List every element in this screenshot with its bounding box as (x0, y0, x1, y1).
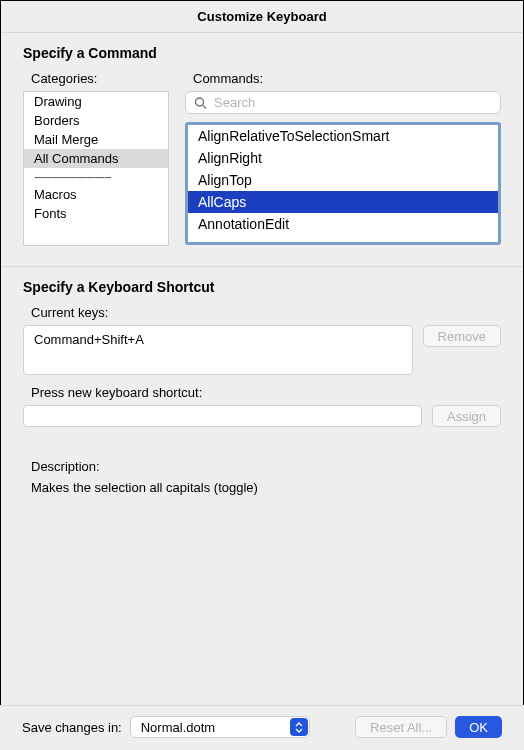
command-item[interactable]: AnnotationEdit (188, 213, 498, 235)
svg-line-1 (203, 105, 207, 109)
commands-list[interactable]: AlignRelativeToSelectionSmart AlignRight… (185, 122, 501, 245)
categories-label: Categories: (23, 71, 169, 86)
specify-command-section: Specify a Command Categories: Drawing Bo… (1, 33, 523, 246)
category-divider: ----------------------- (24, 168, 168, 185)
chevron-updown-icon (290, 718, 308, 736)
new-shortcut-input[interactable] (23, 405, 422, 427)
category-item-drawing[interactable]: Drawing (24, 92, 168, 111)
category-item-borders[interactable]: Borders (24, 111, 168, 130)
current-keys-box[interactable]: Command+Shift+A (23, 325, 413, 375)
category-item-fonts[interactable]: Fonts (24, 204, 168, 223)
description-label: Description: (31, 459, 501, 474)
svg-point-0 (196, 98, 204, 106)
dialog-title: Customize Keyboard (1, 1, 523, 33)
specify-shortcut-section: Specify a Keyboard Shortcut Current keys… (1, 267, 523, 495)
press-new-label: Press new keyboard shortcut: (23, 385, 501, 400)
category-item-macros[interactable]: Macros (24, 185, 168, 204)
search-input[interactable] (185, 91, 501, 114)
commands-label: Commands: (185, 71, 501, 86)
description-text: Makes the selection all capitals (toggle… (31, 480, 501, 495)
current-keys-label: Current keys: (23, 305, 501, 320)
save-changes-select[interactable]: Normal.dotm (130, 716, 310, 738)
section-heading-command: Specify a Command (23, 45, 501, 61)
dialog-footer: Save changes in: Normal.dotm Reset All..… (0, 705, 524, 750)
command-item[interactable]: AlignRight (188, 147, 498, 169)
reset-all-button[interactable]: Reset All... (355, 716, 447, 738)
category-item-mail-merge[interactable]: Mail Merge (24, 130, 168, 149)
command-item[interactable]: AlignRelativeToSelectionSmart (188, 125, 498, 147)
assign-button[interactable]: Assign (432, 405, 501, 427)
categories-list[interactable]: Drawing Borders Mail Merge All Commands … (23, 91, 169, 246)
save-changes-label: Save changes in: (22, 720, 122, 735)
command-item[interactable]: AlignTop (188, 169, 498, 191)
section-heading-shortcut: Specify a Keyboard Shortcut (23, 279, 501, 295)
search-icon (194, 96, 207, 109)
category-item-all-commands[interactable]: All Commands (24, 149, 168, 168)
ok-button[interactable]: OK (455, 716, 502, 738)
save-changes-value: Normal.dotm (141, 720, 215, 735)
command-item-allcaps[interactable]: AllCaps (188, 191, 498, 213)
remove-button[interactable]: Remove (423, 325, 501, 347)
current-keys-value: Command+Shift+A (34, 332, 144, 347)
